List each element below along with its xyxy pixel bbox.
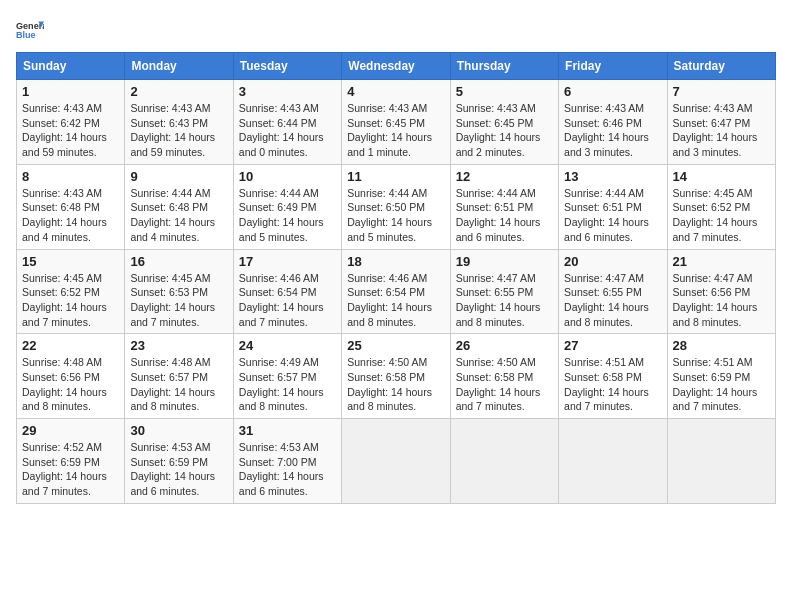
- logo-icon: General Blue: [16, 16, 44, 44]
- calendar-cell: 19Sunrise: 4:47 AMSunset: 6:55 PMDayligh…: [450, 249, 558, 334]
- calendar-cell: 21Sunrise: 4:47 AMSunset: 6:56 PMDayligh…: [667, 249, 775, 334]
- day-number: 13: [564, 169, 661, 184]
- calendar-table: SundayMondayTuesdayWednesdayThursdayFrid…: [16, 52, 776, 504]
- day-info: Sunrise: 4:43 AMSunset: 6:46 PMDaylight:…: [564, 101, 661, 160]
- calendar-cell: 2Sunrise: 4:43 AMSunset: 6:43 PMDaylight…: [125, 80, 233, 165]
- weekday-header-sunday: Sunday: [17, 53, 125, 80]
- weekday-header-thursday: Thursday: [450, 53, 558, 80]
- calendar-cell: [342, 419, 450, 504]
- day-number: 28: [673, 338, 770, 353]
- calendar-cell: 31Sunrise: 4:53 AMSunset: 7:00 PMDayligh…: [233, 419, 341, 504]
- day-number: 29: [22, 423, 119, 438]
- day-number: 21: [673, 254, 770, 269]
- calendar-cell: 16Sunrise: 4:45 AMSunset: 6:53 PMDayligh…: [125, 249, 233, 334]
- day-number: 31: [239, 423, 336, 438]
- calendar-cell: 30Sunrise: 4:53 AMSunset: 6:59 PMDayligh…: [125, 419, 233, 504]
- calendar-cell: 23Sunrise: 4:48 AMSunset: 6:57 PMDayligh…: [125, 334, 233, 419]
- calendar-cell: [667, 419, 775, 504]
- calendar-cell: 6Sunrise: 4:43 AMSunset: 6:46 PMDaylight…: [559, 80, 667, 165]
- day-number: 30: [130, 423, 227, 438]
- day-number: 23: [130, 338, 227, 353]
- day-number: 26: [456, 338, 553, 353]
- day-number: 14: [673, 169, 770, 184]
- calendar-cell: 12Sunrise: 4:44 AMSunset: 6:51 PMDayligh…: [450, 164, 558, 249]
- day-number: 8: [22, 169, 119, 184]
- calendar-cell: [559, 419, 667, 504]
- calendar-week-row: 29Sunrise: 4:52 AMSunset: 6:59 PMDayligh…: [17, 419, 776, 504]
- calendar-cell: 18Sunrise: 4:46 AMSunset: 6:54 PMDayligh…: [342, 249, 450, 334]
- day-info: Sunrise: 4:43 AMSunset: 6:45 PMDaylight:…: [347, 101, 444, 160]
- day-number: 20: [564, 254, 661, 269]
- calendar-cell: 9Sunrise: 4:44 AMSunset: 6:48 PMDaylight…: [125, 164, 233, 249]
- day-info: Sunrise: 4:48 AMSunset: 6:56 PMDaylight:…: [22, 355, 119, 414]
- page-header: General Blue: [16, 16, 776, 44]
- day-number: 7: [673, 84, 770, 99]
- calendar-cell: 5Sunrise: 4:43 AMSunset: 6:45 PMDaylight…: [450, 80, 558, 165]
- weekday-header-saturday: Saturday: [667, 53, 775, 80]
- calendar-cell: 20Sunrise: 4:47 AMSunset: 6:55 PMDayligh…: [559, 249, 667, 334]
- day-info: Sunrise: 4:51 AMSunset: 6:58 PMDaylight:…: [564, 355, 661, 414]
- calendar-cell: 24Sunrise: 4:49 AMSunset: 6:57 PMDayligh…: [233, 334, 341, 419]
- day-number: 16: [130, 254, 227, 269]
- calendar-cell: 29Sunrise: 4:52 AMSunset: 6:59 PMDayligh…: [17, 419, 125, 504]
- day-number: 24: [239, 338, 336, 353]
- calendar-cell: 26Sunrise: 4:50 AMSunset: 6:58 PMDayligh…: [450, 334, 558, 419]
- day-number: 18: [347, 254, 444, 269]
- day-info: Sunrise: 4:43 AMSunset: 6:44 PMDaylight:…: [239, 101, 336, 160]
- calendar-cell: 22Sunrise: 4:48 AMSunset: 6:56 PMDayligh…: [17, 334, 125, 419]
- weekday-header-tuesday: Tuesday: [233, 53, 341, 80]
- day-info: Sunrise: 4:43 AMSunset: 6:42 PMDaylight:…: [22, 101, 119, 160]
- calendar-cell: 25Sunrise: 4:50 AMSunset: 6:58 PMDayligh…: [342, 334, 450, 419]
- day-number: 1: [22, 84, 119, 99]
- calendar-week-row: 22Sunrise: 4:48 AMSunset: 6:56 PMDayligh…: [17, 334, 776, 419]
- day-info: Sunrise: 4:52 AMSunset: 6:59 PMDaylight:…: [22, 440, 119, 499]
- calendar-cell: 28Sunrise: 4:51 AMSunset: 6:59 PMDayligh…: [667, 334, 775, 419]
- day-info: Sunrise: 4:43 AMSunset: 6:43 PMDaylight:…: [130, 101, 227, 160]
- day-info: Sunrise: 4:50 AMSunset: 6:58 PMDaylight:…: [456, 355, 553, 414]
- day-number: 3: [239, 84, 336, 99]
- svg-text:Blue: Blue: [16, 30, 36, 40]
- day-info: Sunrise: 4:43 AMSunset: 6:48 PMDaylight:…: [22, 186, 119, 245]
- day-info: Sunrise: 4:45 AMSunset: 6:53 PMDaylight:…: [130, 271, 227, 330]
- day-number: 6: [564, 84, 661, 99]
- day-info: Sunrise: 4:44 AMSunset: 6:49 PMDaylight:…: [239, 186, 336, 245]
- day-info: Sunrise: 4:44 AMSunset: 6:51 PMDaylight:…: [564, 186, 661, 245]
- calendar-week-row: 8Sunrise: 4:43 AMSunset: 6:48 PMDaylight…: [17, 164, 776, 249]
- day-info: Sunrise: 4:44 AMSunset: 6:51 PMDaylight:…: [456, 186, 553, 245]
- day-number: 12: [456, 169, 553, 184]
- day-info: Sunrise: 4:46 AMSunset: 6:54 PMDaylight:…: [239, 271, 336, 330]
- day-number: 4: [347, 84, 444, 99]
- weekday-header-wednesday: Wednesday: [342, 53, 450, 80]
- day-info: Sunrise: 4:51 AMSunset: 6:59 PMDaylight:…: [673, 355, 770, 414]
- day-info: Sunrise: 4:47 AMSunset: 6:56 PMDaylight:…: [673, 271, 770, 330]
- day-info: Sunrise: 4:43 AMSunset: 6:47 PMDaylight:…: [673, 101, 770, 160]
- logo: General Blue: [16, 16, 44, 44]
- day-number: 17: [239, 254, 336, 269]
- day-number: 10: [239, 169, 336, 184]
- day-info: Sunrise: 4:45 AMSunset: 6:52 PMDaylight:…: [22, 271, 119, 330]
- day-info: Sunrise: 4:45 AMSunset: 6:52 PMDaylight:…: [673, 186, 770, 245]
- calendar-cell: 10Sunrise: 4:44 AMSunset: 6:49 PMDayligh…: [233, 164, 341, 249]
- day-info: Sunrise: 4:53 AMSunset: 7:00 PMDaylight:…: [239, 440, 336, 499]
- day-number: 19: [456, 254, 553, 269]
- weekday-header-monday: Monday: [125, 53, 233, 80]
- day-info: Sunrise: 4:43 AMSunset: 6:45 PMDaylight:…: [456, 101, 553, 160]
- calendar-cell: 1Sunrise: 4:43 AMSunset: 6:42 PMDaylight…: [17, 80, 125, 165]
- calendar-cell: 4Sunrise: 4:43 AMSunset: 6:45 PMDaylight…: [342, 80, 450, 165]
- calendar-cell: 27Sunrise: 4:51 AMSunset: 6:58 PMDayligh…: [559, 334, 667, 419]
- calendar-cell: 17Sunrise: 4:46 AMSunset: 6:54 PMDayligh…: [233, 249, 341, 334]
- calendar-cell: 7Sunrise: 4:43 AMSunset: 6:47 PMDaylight…: [667, 80, 775, 165]
- day-info: Sunrise: 4:47 AMSunset: 6:55 PMDaylight:…: [456, 271, 553, 330]
- weekday-header-friday: Friday: [559, 53, 667, 80]
- day-number: 22: [22, 338, 119, 353]
- day-info: Sunrise: 4:44 AMSunset: 6:48 PMDaylight:…: [130, 186, 227, 245]
- calendar-header-row: SundayMondayTuesdayWednesdayThursdayFrid…: [17, 53, 776, 80]
- day-info: Sunrise: 4:48 AMSunset: 6:57 PMDaylight:…: [130, 355, 227, 414]
- day-number: 11: [347, 169, 444, 184]
- day-number: 9: [130, 169, 227, 184]
- day-info: Sunrise: 4:44 AMSunset: 6:50 PMDaylight:…: [347, 186, 444, 245]
- day-info: Sunrise: 4:53 AMSunset: 6:59 PMDaylight:…: [130, 440, 227, 499]
- day-number: 2: [130, 84, 227, 99]
- day-number: 25: [347, 338, 444, 353]
- day-number: 27: [564, 338, 661, 353]
